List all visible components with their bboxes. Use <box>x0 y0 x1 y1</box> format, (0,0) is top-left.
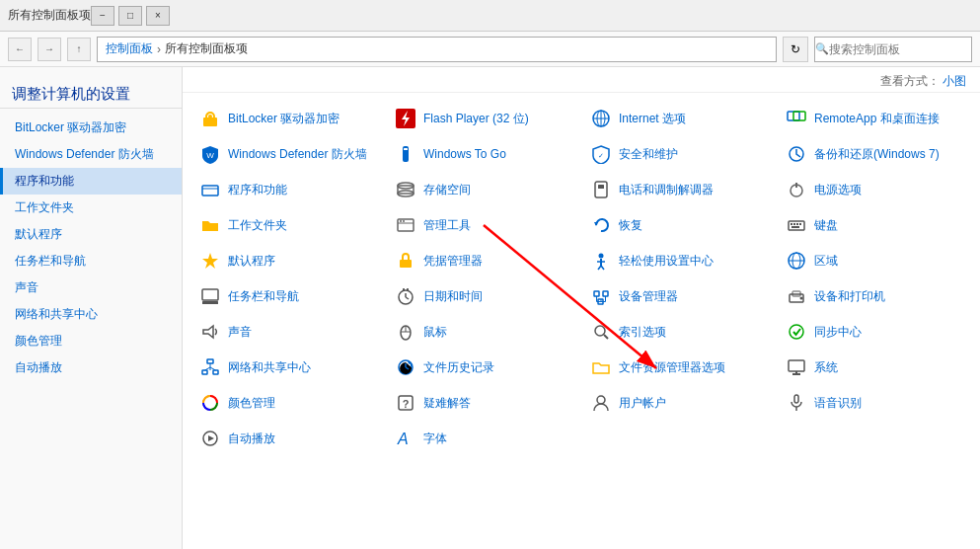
sidebar-item-2[interactable]: 程序和功能 <box>0 168 182 195</box>
svg-rect-80 <box>789 360 804 371</box>
cp-item-label-7-0: 网络和共享中心 <box>228 359 311 376</box>
svg-rect-34 <box>799 223 801 225</box>
title-bar: 所有控制面板项 − □ × <box>0 0 980 32</box>
cp-item-label-3-1: 管理工具 <box>423 217 471 234</box>
cp-item-1-3[interactable]: 备份和还原(Windows 7) <box>777 136 972 172</box>
svg-rect-70 <box>207 359 213 363</box>
cp-item-label-4-0: 默认程序 <box>228 253 275 270</box>
svg-marker-90 <box>208 435 214 441</box>
cp-item-7-0[interactable]: 网络和共享中心 <box>190 350 386 385</box>
address-input[interactable]: 控制面板 › 所有控制面板项 <box>97 37 777 62</box>
view-mode-value[interactable]: 小图 <box>942 74 966 88</box>
svg-point-28 <box>403 220 405 222</box>
sidebar-items: BitLocker 驱动器加密Windows Defender 防火墙程序和功能… <box>0 115 182 381</box>
cp-item-7-1[interactable]: 文件历史记录 <box>386 350 581 385</box>
cp-item-4-3[interactable]: 区域 <box>777 243 972 278</box>
title-bar-controls: − □ × <box>91 6 170 26</box>
cp-item-0-1[interactable]: Flash Player (32 位) <box>386 101 581 136</box>
sidebar-item-1[interactable]: Windows Defender 防火墙 <box>0 141 182 168</box>
breadcrumb-root[interactable]: 控制面板 <box>106 40 153 57</box>
cp-item-icon-8-2 <box>589 391 613 415</box>
cp-item-label-3-3: 键盘 <box>814 217 838 234</box>
cp-item-4-2[interactable]: 轻松使用设置中心 <box>581 243 777 278</box>
cp-item-6-2[interactable]: 索引选项 <box>581 314 777 350</box>
content-area: 查看方式： 小图 BitLocker 驱动器加密Flash Player (32… <box>183 67 980 549</box>
cp-item-3-2[interactable]: 恢复 <box>581 207 777 243</box>
refresh-button[interactable]: ↻ <box>783 37 808 62</box>
cp-item-icon-4-1 <box>394 249 417 273</box>
cp-item-2-3[interactable]: 电源选项 <box>777 172 972 207</box>
sidebar-item-7[interactable]: 网络和共享中心 <box>0 301 182 328</box>
cp-item-icon-4-2 <box>589 249 613 273</box>
cp-item-label-4-3: 区域 <box>814 253 838 270</box>
cp-item-icon-0-2 <box>589 107 613 130</box>
svg-rect-19 <box>398 186 414 194</box>
cp-item-1-0[interactable]: WWindows Defender 防火墙 <box>190 136 386 172</box>
cp-item-6-0[interactable]: 声音 <box>190 314 386 350</box>
up-button[interactable]: ↑ <box>67 38 91 61</box>
cp-item-2-1[interactable]: 存储空间 <box>386 172 581 207</box>
cp-item-2-0[interactable]: 程序和功能 <box>190 172 386 207</box>
cp-item-8-1[interactable]: ?疑难解答 <box>386 385 581 421</box>
cp-item-icon-7-3 <box>785 355 808 379</box>
sidebar-item-3[interactable]: 工作文件夹 <box>0 195 182 221</box>
cp-item-icon-2-1 <box>394 178 417 201</box>
cp-item-2-2[interactable]: 电话和调制解调器 <box>581 172 777 207</box>
sidebar-item-5[interactable]: 任务栏和导航 <box>0 248 182 274</box>
cp-item-8-3[interactable]: 语音识别 <box>777 385 972 421</box>
cp-item-6-3[interactable]: 同步中心 <box>777 314 972 350</box>
cp-item-1-2[interactable]: ✓安全和维护 <box>581 136 777 172</box>
svg-text:A: A <box>397 431 409 447</box>
cp-item-label-1-2: 安全和维护 <box>619 146 678 163</box>
cp-item-label-2-0: 程序和功能 <box>228 182 287 198</box>
cp-item-label-5-2: 设备管理器 <box>619 288 678 305</box>
cp-item-5-1[interactable]: 日期和时间 <box>386 278 581 314</box>
sidebar-item-0[interactable]: BitLocker 驱动器加密 <box>0 115 182 141</box>
cp-item-9-1[interactable]: A字体 <box>386 421 581 456</box>
main-layout: 调整计算机的设置 BitLocker 驱动器加密Windows Defender… <box>0 67 980 549</box>
cp-item-7-3[interactable]: 系统 <box>777 350 972 385</box>
cp-item-label-0-0: BitLocker 驱动器加密 <box>228 111 339 127</box>
cp-item-3-1[interactable]: 管理工具 <box>386 207 581 243</box>
cp-item-1-1[interactable]: Windows To Go <box>386 136 581 172</box>
svg-point-62 <box>800 297 803 300</box>
close-button[interactable]: × <box>146 6 170 26</box>
maximize-button[interactable]: □ <box>118 6 142 26</box>
cp-item-5-0[interactable]: 任务栏和导航 <box>190 278 386 314</box>
cp-item-0-0[interactable]: BitLocker 驱动器加密 <box>190 101 386 136</box>
cp-item-0-3[interactable]: RemoteApp 和桌面连接 <box>777 101 972 136</box>
minimize-button[interactable]: − <box>91 6 114 26</box>
svg-line-50 <box>406 297 409 299</box>
sidebar-item-8[interactable]: 颜色管理 <box>0 328 182 354</box>
svg-rect-0 <box>203 118 217 126</box>
forward-button[interactable]: → <box>38 38 61 61</box>
cp-item-0-2[interactable]: Internet 选项 <box>581 101 777 136</box>
sidebar-item-4[interactable]: 默认程序 <box>0 221 182 248</box>
cp-item-5-3[interactable]: 设备和打印机 <box>777 278 972 314</box>
cp-item-icon-3-3 <box>785 213 808 237</box>
cp-item-label-4-2: 轻松使用设置中心 <box>619 253 714 270</box>
cp-item-3-3[interactable]: 键盘 <box>777 207 972 243</box>
cp-item-label-8-0: 颜色管理 <box>228 395 275 412</box>
sidebar-item-9[interactable]: 自动播放 <box>0 354 182 381</box>
cp-item-icon-7-1 <box>394 355 417 379</box>
cp-item-icon-7-2 <box>589 355 613 379</box>
cp-item-4-0[interactable]: 默认程序 <box>190 243 386 278</box>
search-input[interactable] <box>829 42 977 56</box>
svg-rect-31 <box>791 223 792 225</box>
sidebar-item-6[interactable]: 声音 <box>0 274 182 301</box>
cp-item-4-1[interactable]: 凭据管理器 <box>386 243 581 278</box>
cp-item-3-0[interactable]: 工作文件夹 <box>190 207 386 243</box>
cp-item-5-2[interactable]: 设备管理器 <box>581 278 777 314</box>
back-button[interactable]: ← <box>8 38 32 61</box>
cp-item-7-2[interactable]: 文件资源管理器选项 <box>581 350 777 385</box>
cp-item-6-1[interactable]: 鼠标 <box>386 314 581 350</box>
cp-item-9-0[interactable]: 自动播放 <box>190 421 386 456</box>
cp-item-8-0[interactable]: 颜色管理 <box>190 385 386 421</box>
svg-rect-72 <box>213 370 218 374</box>
cp-item-icon-8-3 <box>785 391 808 415</box>
cp-item-label-5-0: 任务栏和导航 <box>228 288 299 305</box>
svg-rect-52 <box>407 288 409 291</box>
cp-item-icon-9-1: A <box>394 427 417 450</box>
cp-item-8-2[interactable]: 用户帐户 <box>581 385 777 421</box>
